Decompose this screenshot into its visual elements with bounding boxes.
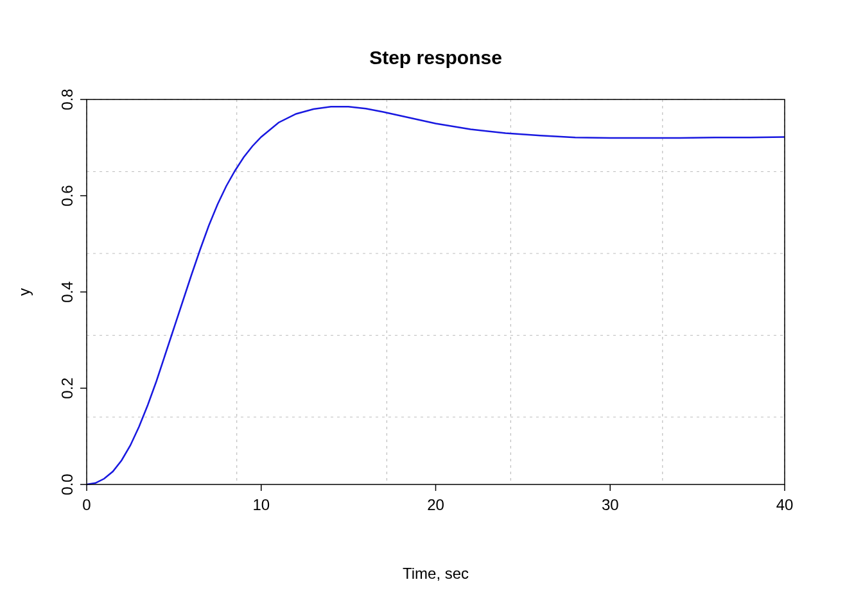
y-tick-label: 0.6 [58,185,76,206]
chart-container: Step response 0102030400.00.20.40.60.8 T… [0,0,863,616]
y-axis-label: y [15,288,33,296]
y-tick-label: 0.2 [58,377,76,398]
x-tick-label: 40 [776,496,794,513]
y-tick-label: 0.0 [58,474,76,495]
plot-frame [87,99,785,484]
chart-title: Step response [369,47,502,68]
series-line [87,107,785,484]
x-tick-label: 10 [252,496,270,513]
x-tick-label: 30 [602,496,619,513]
x-tick-label: 20 [427,496,444,513]
x-axis-label: Time, sec [403,565,469,582]
x-tick-label: 0 [82,496,91,513]
y-tick-label: 0.4 [58,281,76,302]
step-response-chart: Step response 0102030400.00.20.40.60.8 T… [0,0,863,616]
y-tick-label: 0.8 [58,89,76,110]
